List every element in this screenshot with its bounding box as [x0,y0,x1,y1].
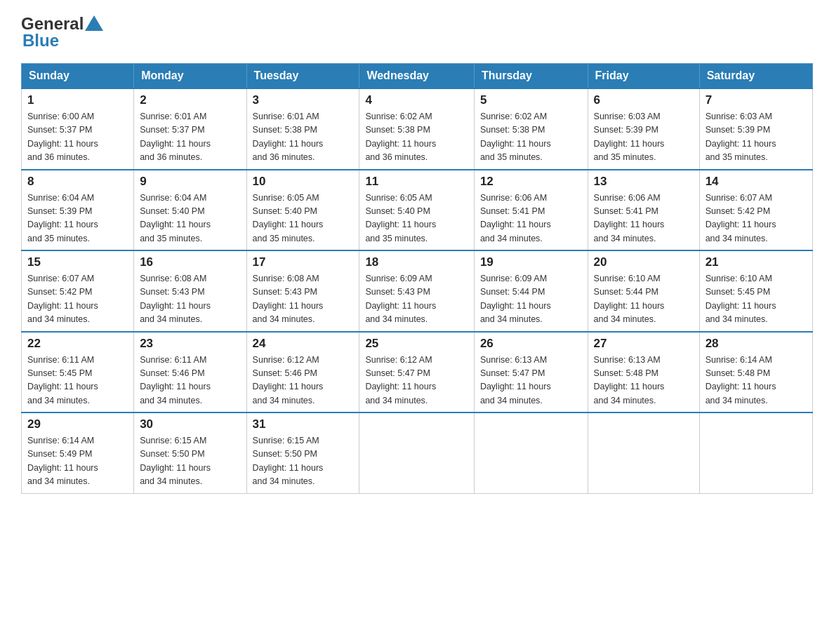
day-info: Sunrise: 6:02 AMSunset: 5:38 PMDaylight:… [480,110,582,165]
calendar-cell: 29 Sunrise: 6:14 AMSunset: 5:49 PMDaylig… [22,412,134,493]
day-info: Sunrise: 6:06 AMSunset: 5:41 PMDaylight:… [480,192,582,246]
calendar-cell [699,412,812,493]
day-number: 27 [594,337,694,351]
calendar-cell: 10 Sunrise: 6:05 AMSunset: 5:40 PMDaylig… [246,170,359,251]
day-info: Sunrise: 6:11 AMSunset: 5:46 PMDaylight:… [140,354,240,408]
day-number: 18 [365,255,468,269]
weekday-header-friday: Friday [588,64,699,89]
day-number: 16 [140,255,240,269]
day-number: 6 [594,93,694,107]
calendar-week-row: 8 Sunrise: 6:04 AMSunset: 5:39 PMDayligh… [22,170,813,251]
day-number: 20 [594,255,694,269]
day-info: Sunrise: 6:10 AMSunset: 5:45 PMDaylight:… [706,272,807,327]
calendar-cell: 1 Sunrise: 6:00 AMSunset: 5:37 PMDayligh… [22,88,134,170]
weekday-header-sunday: Sunday [22,64,134,89]
calendar-cell: 12 Sunrise: 6:06 AMSunset: 5:41 PMDaylig… [474,170,588,251]
calendar-cell: 14 Sunrise: 6:07 AMSunset: 5:42 PMDaylig… [699,170,812,251]
day-info: Sunrise: 6:09 AMSunset: 5:44 PMDaylight:… [480,272,582,327]
day-number: 30 [140,417,240,431]
day-number: 11 [365,175,468,189]
day-info: Sunrise: 6:05 AMSunset: 5:40 PMDaylight:… [365,192,468,246]
calendar-cell: 20 Sunrise: 6:10 AMSunset: 5:44 PMDaylig… [588,250,699,332]
day-number: 28 [706,337,807,351]
day-number: 14 [706,175,807,189]
calendar-cell: 28 Sunrise: 6:14 AMSunset: 5:48 PMDaylig… [699,332,812,413]
day-info: Sunrise: 6:12 AMSunset: 5:47 PMDaylight:… [365,354,468,408]
logo: General Blue [21,14,103,51]
logo-triangle-icon [85,14,103,32]
page-header: General Blue [21,14,813,51]
day-number: 22 [27,337,128,351]
day-info: Sunrise: 6:11 AMSunset: 5:45 PMDaylight:… [27,354,128,408]
calendar-cell [474,412,588,493]
day-number: 4 [365,93,468,107]
day-info: Sunrise: 6:07 AMSunset: 5:42 PMDaylight:… [706,192,807,246]
day-number: 2 [140,93,240,107]
day-info: Sunrise: 6:00 AMSunset: 5:37 PMDaylight:… [27,110,128,165]
calendar-cell: 22 Sunrise: 6:11 AMSunset: 5:45 PMDaylig… [22,332,134,413]
day-number: 15 [27,255,128,269]
day-number: 5 [480,93,582,107]
day-info: Sunrise: 6:03 AMSunset: 5:39 PMDaylight:… [594,110,694,165]
calendar-cell: 17 Sunrise: 6:08 AMSunset: 5:43 PMDaylig… [246,250,359,332]
day-info: Sunrise: 6:12 AMSunset: 5:46 PMDaylight:… [253,354,354,408]
calendar-cell: 21 Sunrise: 6:10 AMSunset: 5:45 PMDaylig… [699,250,812,332]
day-number: 7 [706,93,807,107]
calendar-cell: 30 Sunrise: 6:15 AMSunset: 5:50 PMDaylig… [134,412,246,493]
day-info: Sunrise: 6:04 AMSunset: 5:39 PMDaylight:… [27,192,128,246]
day-info: Sunrise: 6:14 AMSunset: 5:49 PMDaylight:… [27,434,128,489]
day-number: 23 [140,337,240,351]
day-info: Sunrise: 6:06 AMSunset: 5:41 PMDaylight:… [594,192,694,246]
day-number: 26 [480,337,582,351]
weekday-header-row: SundayMondayTuesdayWednesdayThursdayFrid… [22,64,813,89]
day-number: 13 [594,175,694,189]
day-info: Sunrise: 6:14 AMSunset: 5:48 PMDaylight:… [706,354,807,408]
day-info: Sunrise: 6:02 AMSunset: 5:38 PMDaylight:… [365,110,468,165]
weekday-header-tuesday: Tuesday [246,64,359,89]
calendar-cell: 7 Sunrise: 6:03 AMSunset: 5:39 PMDayligh… [699,88,812,170]
calendar-cell: 11 Sunrise: 6:05 AMSunset: 5:40 PMDaylig… [359,170,474,251]
calendar-cell: 25 Sunrise: 6:12 AMSunset: 5:47 PMDaylig… [359,332,474,413]
day-info: Sunrise: 6:05 AMSunset: 5:40 PMDaylight:… [253,192,354,246]
day-info: Sunrise: 6:15 AMSunset: 5:50 PMDaylight:… [253,434,354,489]
calendar-cell: 8 Sunrise: 6:04 AMSunset: 5:39 PMDayligh… [22,170,134,251]
calendar-cell: 5 Sunrise: 6:02 AMSunset: 5:38 PMDayligh… [474,88,588,170]
calendar-cell: 6 Sunrise: 6:03 AMSunset: 5:39 PMDayligh… [588,88,699,170]
day-info: Sunrise: 6:13 AMSunset: 5:48 PMDaylight:… [594,354,694,408]
calendar-cell: 31 Sunrise: 6:15 AMSunset: 5:50 PMDaylig… [246,412,359,493]
calendar-cell: 23 Sunrise: 6:11 AMSunset: 5:46 PMDaylig… [134,332,246,413]
calendar-cell: 9 Sunrise: 6:04 AMSunset: 5:40 PMDayligh… [134,170,246,251]
day-number: 24 [253,337,354,351]
calendar-week-row: 15 Sunrise: 6:07 AMSunset: 5:42 PMDaylig… [22,250,813,332]
day-info: Sunrise: 6:08 AMSunset: 5:43 PMDaylight:… [253,272,354,327]
day-number: 10 [253,175,354,189]
day-info: Sunrise: 6:13 AMSunset: 5:47 PMDaylight:… [480,354,582,408]
calendar-table: SundayMondayTuesdayWednesdayThursdayFrid… [21,63,813,494]
calendar-cell: 26 Sunrise: 6:13 AMSunset: 5:47 PMDaylig… [474,332,588,413]
calendar-week-row: 29 Sunrise: 6:14 AMSunset: 5:49 PMDaylig… [22,412,813,493]
calendar-cell: 15 Sunrise: 6:07 AMSunset: 5:42 PMDaylig… [22,250,134,332]
day-info: Sunrise: 6:08 AMSunset: 5:43 PMDaylight:… [140,272,240,327]
day-info: Sunrise: 6:01 AMSunset: 5:38 PMDaylight:… [253,110,354,165]
calendar-cell: 24 Sunrise: 6:12 AMSunset: 5:46 PMDaylig… [246,332,359,413]
day-number: 3 [253,93,354,107]
day-info: Sunrise: 6:15 AMSunset: 5:50 PMDaylight:… [140,434,240,489]
day-number: 8 [27,175,128,189]
day-info: Sunrise: 6:09 AMSunset: 5:43 PMDaylight:… [365,272,468,327]
day-number: 1 [27,93,128,107]
day-info: Sunrise: 6:03 AMSunset: 5:39 PMDaylight:… [706,110,807,165]
weekday-header-monday: Monday [134,64,246,89]
calendar-cell: 19 Sunrise: 6:09 AMSunset: 5:44 PMDaylig… [474,250,588,332]
day-number: 21 [706,255,807,269]
day-info: Sunrise: 6:07 AMSunset: 5:42 PMDaylight:… [27,272,128,327]
calendar-cell [588,412,699,493]
calendar-cell [359,412,474,493]
day-number: 17 [253,255,354,269]
day-number: 12 [480,175,582,189]
calendar-cell: 2 Sunrise: 6:01 AMSunset: 5:37 PMDayligh… [134,88,246,170]
svg-marker-0 [85,15,103,31]
day-number: 19 [480,255,582,269]
day-number: 29 [27,417,128,431]
day-number: 9 [140,175,240,189]
logo-blue-text: Blue [22,31,59,51]
